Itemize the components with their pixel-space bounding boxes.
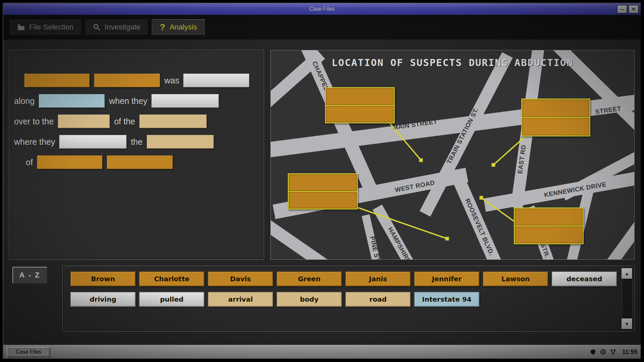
sentence-text: the <box>131 137 143 147</box>
word-row: Brown Charlotte Davis Green Janis Jennif… <box>70 271 617 287</box>
clock: 11:55 <box>622 349 637 356</box>
tab-file-selection[interactable]: File Selection <box>9 19 82 36</box>
map-answer-slot[interactable] <box>326 88 394 105</box>
word-slot-name[interactable] <box>24 73 90 87</box>
word-tile[interactable]: driving <box>70 292 136 307</box>
map-answer-box-3 <box>288 173 358 209</box>
sort-az-button[interactable]: A - Z <box>12 267 47 284</box>
sentence-text: along <box>14 96 35 106</box>
word-slot-name[interactable] <box>107 155 173 169</box>
close-button[interactable]: ✕ <box>629 5 639 13</box>
word-bank-panel: Brown Charlotte Davis Green Janis Jennif… <box>62 266 635 331</box>
map-answer-slot[interactable] <box>515 208 583 226</box>
sentence-line: of <box>26 155 264 169</box>
map-answer-slot[interactable] <box>522 118 589 135</box>
map-answer-slot[interactable] <box>289 192 357 209</box>
word-tile[interactable]: Interstate 94 <box>414 292 480 307</box>
minimize-button[interactable]: — <box>617 5 627 13</box>
scroll-up-button[interactable]: ▲ <box>621 268 633 279</box>
taskbar: Case Files 11:55 <box>3 345 641 359</box>
word-tile[interactable]: Green <box>276 271 342 287</box>
globe-icon[interactable] <box>600 349 606 355</box>
word-tile[interactable]: Davis <box>208 271 273 287</box>
sentence-line: was <box>24 73 264 87</box>
sentence-text: when they <box>109 96 147 106</box>
tab-label: Analysis <box>169 23 197 32</box>
sentence-text: over to the <box>14 117 54 126</box>
word-tile[interactable]: arrival <box>208 292 273 307</box>
word-slot-place[interactable] <box>39 94 105 108</box>
word-tile[interactable]: Lawson <box>483 271 548 287</box>
word-slot-noun[interactable] <box>147 135 214 149</box>
word-tile[interactable]: pulled <box>139 292 205 307</box>
window-controls: — ✕ <box>617 5 639 13</box>
tab-investigate[interactable]: Investigate <box>85 19 149 36</box>
sentence-text: of <box>26 158 33 167</box>
window-title: Case Files <box>309 6 335 12</box>
folder-icon <box>17 24 25 30</box>
map-answer-box-1 <box>325 87 395 123</box>
word-tile[interactable]: deceased <box>551 271 617 287</box>
map-answer-slot[interactable] <box>326 106 394 123</box>
word-tile[interactable]: Brown <box>70 271 136 287</box>
map-answer-slot[interactable] <box>522 100 589 117</box>
map-answer-box-2 <box>521 99 590 136</box>
word-slot-name[interactable] <box>37 155 103 169</box>
sentence-line: over to the of the <box>14 114 264 128</box>
deduction-sentence-panel: was along when they over to the of the w… <box>9 50 264 260</box>
sentence-text: where they <box>14 137 55 147</box>
sentence-line: where they the <box>14 135 264 149</box>
scrollbar-track[interactable] <box>622 279 633 319</box>
map-answer-slot[interactable] <box>289 174 357 191</box>
word-tile[interactable]: Janis <box>345 271 411 287</box>
question-icon: ? <box>160 22 165 33</box>
word-tile[interactable]: body <box>276 292 342 307</box>
network-icon[interactable] <box>610 349 616 355</box>
case-files-taskbar-button[interactable]: Case Files <box>7 347 50 357</box>
sentence-text: of the <box>114 117 135 126</box>
word-slot-verb[interactable] <box>151 94 219 108</box>
titlebar: Case Files — ✕ <box>3 3 641 15</box>
word-slot-name[interactable] <box>94 73 160 87</box>
word-slot-noun[interactable] <box>139 114 207 128</box>
system-tray: 11:55 <box>585 347 637 357</box>
word-tile[interactable]: road <box>345 292 411 307</box>
word-row: driving pulled arrival body road Interst… <box>70 292 480 307</box>
tab-label: Investigate <box>105 23 140 32</box>
tab-label: File Selection <box>29 23 73 32</box>
shield-icon[interactable] <box>590 349 596 355</box>
map-answer-box-4 <box>514 207 584 244</box>
map-answer-slot[interactable] <box>515 227 583 244</box>
word-slot-verb[interactable] <box>59 135 127 149</box>
scroll-down-button[interactable]: ▼ <box>621 318 633 329</box>
word-slot-verb[interactable] <box>183 73 250 87</box>
sentence-text: was <box>164 76 179 85</box>
sentence-line: along when they <box>14 94 264 108</box>
word-tile[interactable]: Jennifer <box>414 271 480 287</box>
word-slot-noun[interactable] <box>58 114 110 128</box>
map-panel: CHAPPEL ST. MAIN STREET STREET TRAIN STA… <box>270 50 635 260</box>
tab-analysis[interactable]: ? Analysis <box>151 19 205 36</box>
magnifier-icon <box>93 23 100 31</box>
word-tile[interactable]: Charlotte <box>139 271 205 287</box>
map-title: LOCATION OF SUSPECTS DURING ABDUCTION <box>271 57 634 68</box>
tab-bar: File Selection Investigate ? Analysis <box>3 15 641 40</box>
